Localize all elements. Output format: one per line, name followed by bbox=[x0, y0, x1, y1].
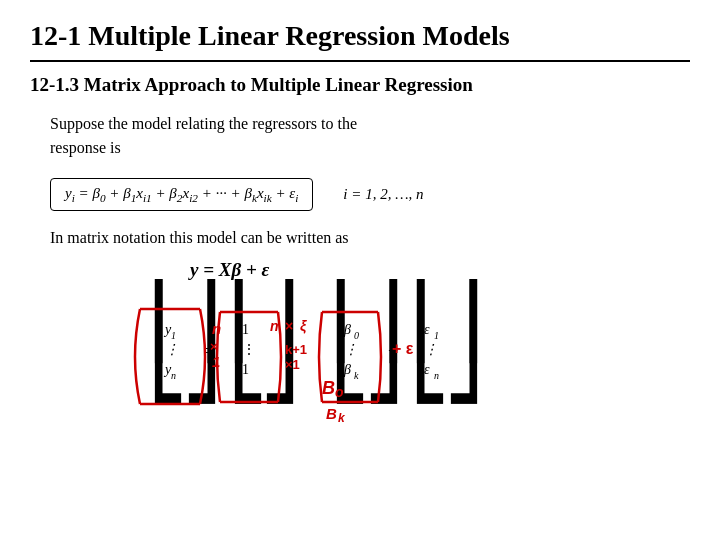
svg-text:⎦: ⎦ bbox=[444, 279, 484, 405]
svg-text:0: 0 bbox=[354, 330, 359, 341]
svg-text:β: β bbox=[343, 362, 351, 377]
main-title: 12-1 Multiple Linear Regression Models bbox=[30, 20, 690, 62]
intro-line2: response is bbox=[50, 139, 121, 156]
matrix-equation-display: y = Xβ + ε bbox=[190, 259, 269, 281]
svg-text:=: = bbox=[205, 341, 215, 361]
svg-text:1: 1 bbox=[242, 362, 249, 377]
svg-text:n: n bbox=[171, 370, 176, 381]
matrix-intro-text: In matrix notation this model can be wri… bbox=[50, 229, 690, 247]
svg-text:n: n bbox=[434, 370, 439, 381]
formula-row: yi = β0 + β1xi1 + β2xi2 + ··· + βkxik + … bbox=[30, 170, 690, 219]
svg-text:⎦: ⎦ bbox=[182, 279, 222, 405]
svg-text:⎦: ⎦ bbox=[364, 279, 404, 405]
main-formula: yi = β0 + β1xi1 + β2xi2 + ··· + βkxik + … bbox=[50, 178, 313, 211]
intro-text: Suppose the model relating the regressor… bbox=[50, 112, 690, 160]
matrix-brackets-svg: ⎡ ⎣ y 1 ⋮ y n ⎤ ⎦ = ⎡ ⎣ 1 ⋮ 1 ⎤ ⎦ ⎡ bbox=[130, 279, 630, 489]
matrix-visual-area: y = Xβ + ε ⎡ ⎣ y 1 ⋮ y n ⎤ ⎦ = ⎡ ⎣ 1 ⋮ bbox=[130, 259, 630, 469]
svg-text:1: 1 bbox=[434, 330, 439, 341]
svg-text:⋮: ⋮ bbox=[424, 342, 438, 357]
section-title: 12-1.3 Matrix Approach to Multiple Linea… bbox=[30, 74, 690, 96]
svg-text:⎦: ⎦ bbox=[260, 279, 300, 405]
svg-text:β: β bbox=[343, 322, 351, 337]
intro-line1: Suppose the model relating the regressor… bbox=[50, 115, 357, 132]
page: 12-1 Multiple Linear Regression Models 1… bbox=[0, 0, 720, 540]
svg-text:1: 1 bbox=[242, 322, 249, 337]
svg-text:k: k bbox=[354, 370, 359, 381]
svg-text:⋮: ⋮ bbox=[242, 342, 256, 357]
svg-text:ε: ε bbox=[424, 362, 430, 377]
svg-text:1: 1 bbox=[171, 330, 176, 341]
svg-text:⋮: ⋮ bbox=[344, 342, 358, 357]
svg-text:⋮: ⋮ bbox=[165, 342, 179, 357]
svg-text:+: + bbox=[388, 341, 398, 361]
svg-text:ε: ε bbox=[424, 322, 430, 337]
formula-range: i = 1, 2, …, n bbox=[343, 186, 423, 203]
